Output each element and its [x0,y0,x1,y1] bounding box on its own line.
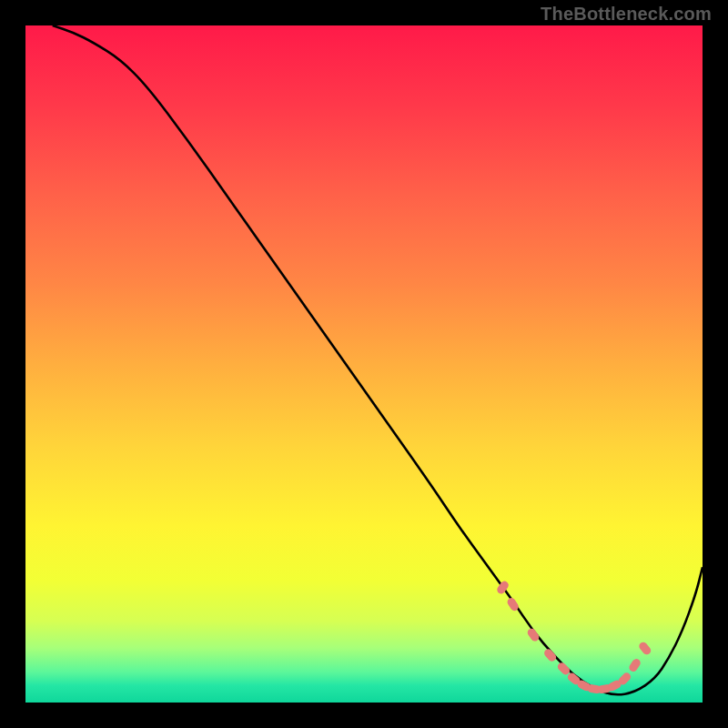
chart-container: TheBottleneck.com [0,0,728,728]
watermark-text: TheBottleneck.com [541,4,712,25]
chart-svg [25,25,703,703]
gradient-background [25,25,703,703]
plot-area [25,25,703,703]
